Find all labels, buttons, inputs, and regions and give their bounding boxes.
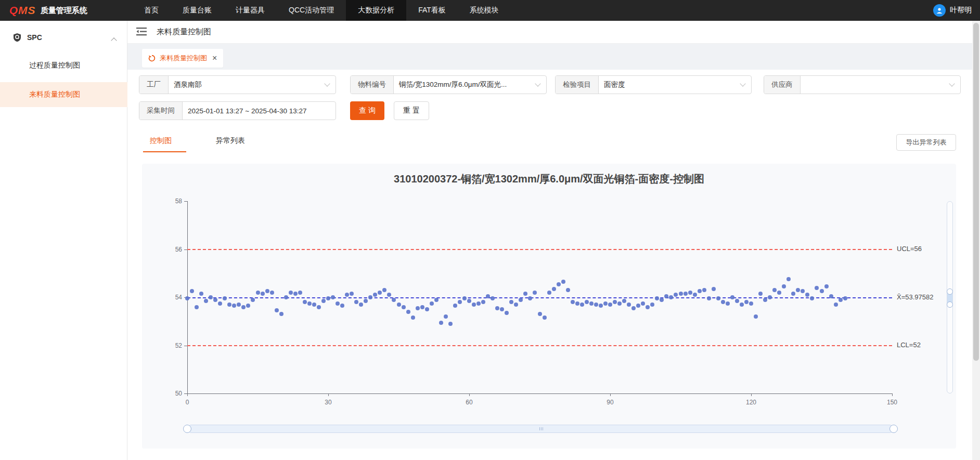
data-point[interactable] [796, 288, 800, 292]
data-point[interactable] [241, 305, 246, 309]
data-point[interactable] [669, 295, 673, 299]
data-point[interactable] [707, 296, 711, 300]
data-point[interactable] [373, 293, 377, 297]
search-button[interactable]: 查 询 [350, 101, 384, 120]
data-point[interactable] [712, 287, 716, 291]
data-point[interactable] [481, 300, 485, 304]
data-point[interactable] [744, 300, 749, 304]
data-point[interactable] [261, 292, 265, 296]
data-point[interactable] [698, 289, 702, 293]
data-point[interactable] [763, 298, 767, 302]
data-point[interactable] [298, 291, 302, 295]
data-point[interactable] [237, 303, 241, 307]
reset-button[interactable]: 重 置 [394, 101, 429, 120]
data-point[interactable] [679, 292, 683, 296]
data-point[interactable] [613, 300, 617, 304]
data-point[interactable] [185, 296, 189, 300]
data-point[interactable] [580, 303, 584, 307]
data-point[interactable] [801, 289, 805, 293]
data-point[interactable] [227, 303, 231, 307]
nav-item-fat-board[interactable]: FAT看板 [406, 0, 458, 21]
data-point[interactable] [528, 296, 532, 300]
data-point[interactable] [204, 299, 208, 303]
tab-anomaly-list[interactable]: 异常列表 [216, 136, 245, 146]
data-point[interactable] [547, 291, 551, 295]
data-point[interactable] [392, 298, 396, 302]
data-point[interactable] [538, 312, 542, 316]
data-point[interactable] [472, 303, 476, 307]
data-point[interactable] [486, 294, 490, 298]
data-point[interactable] [326, 296, 330, 300]
data-point[interactable] [702, 288, 706, 292]
data-point[interactable] [646, 305, 650, 309]
data-point[interactable] [622, 299, 626, 303]
data-point[interactable] [631, 306, 636, 310]
nav-item-home[interactable]: 首页 [132, 0, 171, 21]
data-point[interactable] [402, 305, 406, 309]
data-point[interactable] [397, 303, 401, 307]
nav-item-measuring-tools[interactable]: 计量器具 [224, 0, 277, 21]
data-point[interactable] [387, 293, 391, 297]
data-point[interactable] [218, 301, 222, 306]
sidebar-group-spc[interactable]: SPC [0, 25, 127, 50]
data-point[interactable] [284, 295, 288, 299]
data-point[interactable] [340, 304, 344, 308]
data-point[interactable] [439, 321, 443, 325]
data-point[interactable] [735, 299, 739, 303]
data-point[interactable] [256, 291, 260, 295]
data-point[interactable] [557, 282, 561, 286]
data-point[interactable] [594, 303, 598, 307]
y-datazoom-slider[interactable] [947, 201, 953, 393]
data-point[interactable] [575, 301, 579, 306]
data-point[interactable] [293, 292, 298, 296]
data-point[interactable] [805, 293, 809, 297]
data-point[interactable] [495, 306, 499, 310]
data-point[interactable] [543, 316, 547, 320]
data-point[interactable] [462, 296, 467, 300]
tab-control-chart[interactable]: 控制图 [150, 136, 172, 146]
data-point[interactable] [453, 304, 457, 308]
data-point[interactable] [232, 304, 236, 308]
data-point[interactable] [791, 292, 795, 296]
data-point[interactable] [777, 291, 781, 295]
data-point[interactable] [331, 295, 335, 299]
collapse-sidebar-icon[interactable] [136, 27, 147, 36]
data-point[interactable] [655, 296, 659, 300]
data-point[interactable] [317, 305, 321, 309]
data-point[interactable] [434, 298, 439, 302]
data-point[interactable] [617, 301, 622, 306]
data-point[interactable] [585, 300, 589, 304]
data-point[interactable] [199, 292, 203, 296]
data-point[interactable] [279, 312, 283, 316]
data-point[interactable] [561, 280, 565, 284]
sidebar-item-process-control-chart[interactable]: 过程质量控制图 [0, 53, 127, 78]
data-point[interactable] [251, 298, 255, 302]
data-point[interactable] [608, 303, 612, 307]
data-point[interactable] [599, 304, 603, 308]
data-point[interactable] [730, 295, 734, 299]
data-point[interactable] [416, 306, 420, 310]
data-point[interactable] [566, 288, 570, 292]
data-point[interactable] [519, 298, 523, 302]
data-point[interactable] [223, 296, 227, 300]
supplier-select[interactable]: 供应商 [764, 75, 961, 94]
material-code-select[interactable]: 物料编号 铜箔/宽1302mm/厚6.0μm/双面光... [350, 75, 547, 94]
x-datazoom-slider[interactable] [187, 425, 894, 433]
data-point[interactable] [641, 301, 645, 306]
nav-item-system[interactable]: 系统模块 [458, 0, 511, 21]
data-point[interactable] [834, 303, 838, 307]
y-datazoom-top-handle[interactable] [947, 288, 953, 295]
data-point[interactable] [458, 300, 462, 304]
data-point[interactable] [552, 287, 556, 291]
chevron-up-icon[interactable] [111, 37, 117, 43]
x-datazoom-right-handle[interactable] [889, 425, 898, 433]
refresh-icon[interactable] [148, 55, 156, 62]
tab-chip-incoming-control-chart[interactable]: 来料质量控制图 × [142, 49, 223, 68]
data-point[interactable] [772, 288, 777, 292]
data-point[interactable] [839, 298, 843, 302]
data-point[interactable] [354, 300, 358, 304]
data-point[interactable] [307, 301, 312, 306]
data-point[interactable] [289, 291, 293, 295]
data-point[interactable] [843, 296, 847, 300]
data-point[interactable] [467, 299, 471, 303]
